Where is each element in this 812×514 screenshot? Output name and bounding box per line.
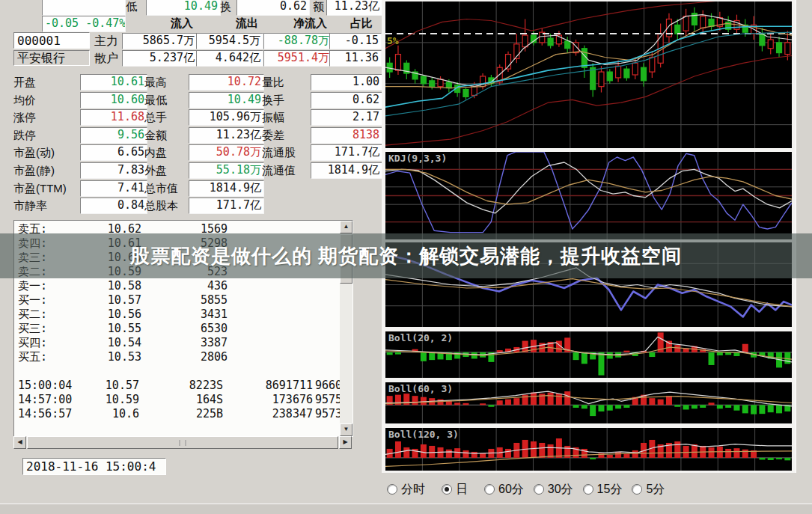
stat-value: 10.60 xyxy=(80,92,147,108)
flow-main-in: 5865.7万 xyxy=(122,33,198,49)
percent-gridline-label: 5% xyxy=(387,35,399,46)
scroll-up-button[interactable]: ▲ xyxy=(340,221,352,233)
chart-panel-boll60[interactable]: Boll(60, 3) xyxy=(385,382,792,423)
chart-panel-boll120[interactable]: Boll(120, 3) xyxy=(385,428,792,471)
radio-button-icon[interactable] xyxy=(632,484,642,495)
stat-value: 0.84 xyxy=(80,198,147,214)
flow-retail-net: 5951.4万 xyxy=(263,50,332,67)
stock-name-box: 平安银行 xyxy=(13,50,90,66)
low-value: 10.49 xyxy=(146,0,221,16)
stat-label: 总股本 xyxy=(144,198,178,213)
stat-label: 最高 xyxy=(144,75,167,90)
stat-value: 0.62 xyxy=(311,92,382,108)
tick-row: 14:56:5710.6225B2383479573 xyxy=(15,407,339,421)
stat-value: 171.7亿 xyxy=(189,198,264,214)
period-label: 30分 xyxy=(548,482,573,498)
bid-row: 买四:10.543387 xyxy=(15,336,339,350)
ad-banner-overlay[interactable]: 股票配资是做什么的 期货配资：解锁交易潜能，提升收益空间 xyxy=(0,233,812,278)
horizontal-scrollbar[interactable]: ◀ ▶ xyxy=(13,436,352,449)
stat-label: 换手 xyxy=(262,93,284,108)
change-value: -0.05 xyxy=(45,16,79,30)
price-field-cut xyxy=(42,0,126,16)
stat-label: 开盘 xyxy=(13,75,36,90)
panel-label-boll120: Boll(120, 3) xyxy=(388,429,459,440)
panel-label-kdj: KDJ(9,3,3) xyxy=(388,153,447,164)
panel-label-boll60: Boll(60, 3) xyxy=(388,383,453,394)
low-label: 低 xyxy=(126,0,137,14)
stat-label: 流通值 xyxy=(262,163,296,178)
stat-value: 1.00 xyxy=(311,74,382,91)
panel-label-boll20: Boll(20, 2) xyxy=(388,332,453,343)
period-label: 60分 xyxy=(498,482,524,498)
stat-value: 8138 xyxy=(311,127,382,144)
scroll-right-button[interactable]: ▶ xyxy=(339,436,352,449)
amount-value: 11.23亿 xyxy=(326,0,382,16)
flow-row-label: 散户 xyxy=(94,51,118,66)
stat-value: 171.7亿 xyxy=(311,144,382,161)
period-radio-日[interactable]: 日 xyxy=(442,482,468,498)
period-label: 分时 xyxy=(401,482,425,498)
flow-retail-out: 4.642亿 xyxy=(196,50,263,67)
stat-value: 105.96万 xyxy=(189,109,264,126)
tick-row: 14:57:0010.59164S1736769575 xyxy=(15,393,339,407)
bid-row: 买一:10.575855 xyxy=(15,293,339,308)
stat-label: 振幅 xyxy=(262,110,284,125)
scroll-down-button[interactable]: ▼ xyxy=(340,423,352,436)
period-radio-5分[interactable]: 5分 xyxy=(632,482,665,498)
stat-value: 9.56 xyxy=(80,127,147,144)
radio-button-icon[interactable] xyxy=(387,484,397,495)
stat-label: 外盘 xyxy=(144,163,167,178)
stat-value: 1814.9亿 xyxy=(311,162,382,179)
period-radio-60分[interactable]: 60分 xyxy=(484,482,524,498)
chart-panel-boll20[interactable]: Boll(20, 2) xyxy=(385,331,792,378)
radio-button-icon[interactable] xyxy=(534,484,544,495)
stat-label: 市盈(静) xyxy=(13,163,55,178)
radio-button-icon[interactable] xyxy=(484,484,495,495)
period-radio-15分[interactable]: 15分 xyxy=(583,482,623,498)
stock-code-input[interactable] xyxy=(13,32,90,49)
stat-value: 1814.9亿 xyxy=(189,180,264,197)
scrollbar-thumb[interactable] xyxy=(27,436,338,449)
stat-value: 10.72 xyxy=(189,74,264,91)
stat-label: 涨停 xyxy=(13,110,36,125)
stat-label: 市盈(TTM) xyxy=(13,181,67,196)
stat-value: 6.65 xyxy=(80,144,147,161)
bottom-strip xyxy=(0,504,812,514)
flow-row-label: 主力 xyxy=(94,34,118,49)
radio-button-icon[interactable] xyxy=(442,484,452,495)
chart-panel-kdj[interactable]: KDJ(9,3,3) xyxy=(385,152,792,239)
scroll-left-button[interactable]: ◀ xyxy=(13,436,26,449)
stat-value: 2.17 xyxy=(311,109,382,126)
stat-value: 55.18万 xyxy=(189,162,264,179)
trading-terminal: 低 10.49 换 0.62 额 11.23亿 -0.05 -0.47% 流入 … xyxy=(0,0,812,514)
date-time-field[interactable]: 2018-11-16 15:00:4 xyxy=(22,458,166,475)
flow-main-out: 5954.5万 xyxy=(196,33,263,49)
ad-banner-text: 股票配资是做什么的 期货配资：解锁交易潜能，提升收益空间 xyxy=(130,243,682,269)
flow-main-ratio: -0.15 xyxy=(329,33,382,49)
change-pct: -0.47% xyxy=(85,16,126,30)
flow-main-net: -88.78万 xyxy=(263,33,332,49)
period-selector: 分时日60分30分15分5分 xyxy=(387,482,674,497)
stat-value: 50.78万 xyxy=(189,144,264,161)
stat-value: 7.41 xyxy=(80,180,147,197)
period-radio-30分[interactable]: 30分 xyxy=(534,482,573,498)
stat-label: 内盘 xyxy=(144,145,167,160)
stat-label: 委差 xyxy=(262,128,284,143)
bid-row: 买二:10.563431 xyxy=(15,308,339,322)
stat-label: 市盈(动) xyxy=(13,145,55,160)
stat-label: 最低 xyxy=(144,93,167,108)
stat-label: 均价 xyxy=(13,93,36,108)
stats-grid: 开盘10.61最高10.72量比1.00均价10.60最低10.49换手0.62… xyxy=(0,74,383,216)
stat-value: 10.49 xyxy=(189,92,264,108)
stat-label: 总手 xyxy=(144,110,167,125)
period-label: 15分 xyxy=(597,482,623,498)
bid-row: 买三:10.556530 xyxy=(15,322,339,336)
header-netflow: 净流入 xyxy=(256,16,327,31)
flow-retail-ratio: 11.36 xyxy=(329,50,382,67)
period-radio-分时[interactable]: 分时 xyxy=(387,482,425,498)
amount-label: 额 xyxy=(313,0,324,14)
chart-panel-main[interactable]: 5% xyxy=(385,1,792,148)
spacer-row xyxy=(15,364,339,379)
radio-button-icon[interactable] xyxy=(583,484,593,495)
stat-label: 总市值 xyxy=(144,181,178,196)
